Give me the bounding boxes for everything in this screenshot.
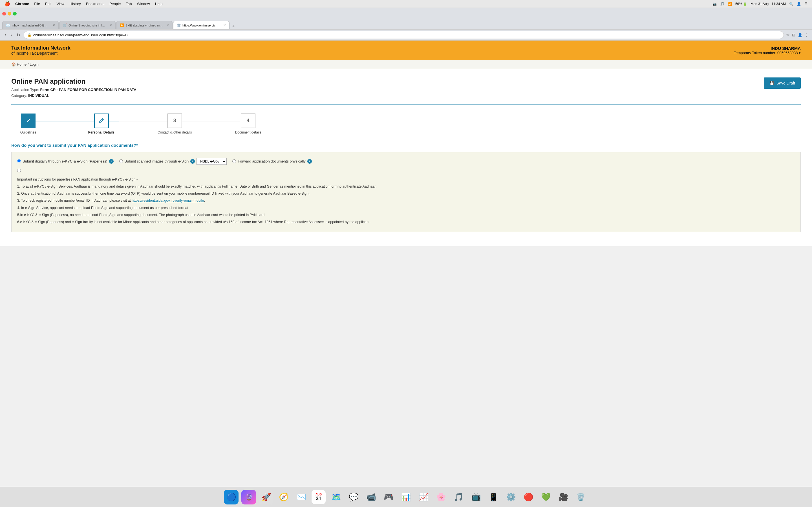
token-value: 0059663938	[777, 51, 798, 55]
bookmark-icon[interactable]: ☆	[786, 33, 790, 37]
tab-close-icon[interactable]: ✕	[109, 23, 112, 27]
radio-input-3[interactable]	[232, 159, 236, 163]
category-label: Category:	[11, 94, 27, 98]
token-label: Temporary Token number:	[734, 51, 776, 55]
step-contact[interactable]: 3 Contact & other details	[158, 114, 192, 134]
stepper: ✓ Guidelines Personal Details 3	[11, 114, 265, 134]
radio-option-2[interactable]: Submit scanned images through e-Sign i N…	[119, 158, 227, 165]
radio-options-row: Submit digitally through e-KYC & e-Sign …	[17, 158, 795, 165]
apple-menu[interactable]: 🍎	[4, 1, 10, 6]
radio-extra[interactable]	[17, 169, 21, 172]
control-center[interactable]: ☰	[804, 2, 808, 6]
step-box-1: ✓	[21, 114, 36, 128]
radio-option-3[interactable]: Forward application documents physically…	[232, 159, 312, 164]
address-bar: ‹ › ↻ 🔒 onlineservices.nsdl.com/paam/end…	[0, 29, 812, 41]
window-menu[interactable]: Window	[137, 2, 150, 6]
address-input[interactable]: 🔒 onlineservices.nsdl.com/paam/endUserLo…	[24, 31, 784, 39]
info-icon-1[interactable]: i	[109, 159, 114, 164]
bookmarks-menu[interactable]: Bookmarks	[86, 2, 104, 6]
youtube-favicon: ▶️	[120, 23, 124, 27]
instructions-title: Important instructions for paperless PAN…	[17, 177, 795, 182]
tab-close-icon[interactable]: ✕	[166, 23, 169, 27]
tab-youtube[interactable]: ▶️ SHE absolutely ruined my HOU... ✕	[116, 21, 172, 29]
new-tab-button[interactable]: +	[230, 23, 237, 29]
chrome-menu[interactable]: Chrome	[15, 2, 29, 6]
radio-label-1: Submit digitally through e-KYC & e-Sign …	[22, 159, 107, 163]
radio-label-3: Forward application documents physically	[238, 159, 306, 163]
chrome-titlebar	[0, 8, 812, 19]
help-menu[interactable]: Help	[155, 2, 163, 6]
instruction-5: 5.In e-KYC & e-Sign (Paperless), no need…	[17, 212, 795, 218]
step-personal-details[interactable]: Personal Details	[85, 114, 118, 134]
info-icon-3[interactable]: i	[307, 159, 312, 164]
tab-close-icon[interactable]: ✕	[223, 23, 226, 27]
step-label-1: Guidelines	[20, 130, 36, 134]
category-value: INDIVIDUAL	[28, 94, 49, 98]
instructions-box: Important instructions for paperless PAN…	[17, 177, 795, 225]
breadcrumb-separator: /	[28, 62, 29, 66]
tab-label: SHE absolutely ruined my HOU...	[125, 24, 163, 27]
traffic-lights	[2, 12, 17, 15]
forward-button[interactable]: ›	[9, 31, 13, 39]
tab-close-icon[interactable]: ✕	[52, 23, 55, 27]
menu-icon[interactable]: ⋮	[805, 33, 809, 37]
reload-button[interactable]: ↻	[15, 31, 21, 39]
app-type-row: Application Type: Form CR - PAN FORM FOR…	[11, 87, 137, 93]
radio-input-1[interactable]	[17, 159, 21, 163]
close-button[interactable]	[2, 12, 6, 15]
tab-gmail[interactable]: ✉️ Inbox - raghavjalan95@gmail... ✕	[2, 21, 59, 29]
step-box-3: 3	[167, 114, 182, 128]
step-label-2: Personal Details	[88, 130, 114, 134]
datetime: Mon 31 Aug 11:34 AM	[751, 2, 786, 6]
user-avatar[interactable]: 👤	[797, 2, 801, 6]
breadcrumb: 🏠 Home / Login	[0, 60, 812, 69]
breadcrumb-current: Login	[30, 62, 39, 66]
tab-nsdl[interactable]: 🏛️ https://www.onlineservices.ns... ✕	[173, 21, 230, 29]
instruction-2: 2. Once authentication of Aadhaar is suc…	[17, 191, 795, 196]
chrome-browser: ✉️ Inbox - raghavjalan95@gmail... ✕ 🛒 On…	[0, 8, 812, 41]
tab-menu[interactable]: Tab	[126, 2, 132, 6]
search-icon[interactable]: 🔍	[789, 2, 794, 6]
site-header: Tax Information Network of Income Tax De…	[0, 41, 812, 60]
submission-question: How do you want to submit your PAN appli…	[11, 143, 801, 148]
save-draft-button[interactable]: 💾 Save Draft	[764, 77, 801, 89]
uidai-link[interactable]: https://resident.uidai.gov.in/verify-ema…	[132, 199, 204, 203]
submission-options-box: Submit digitally through e-KYC & e-Sign …	[11, 152, 801, 232]
cast-icon[interactable]: ⊡	[792, 33, 795, 37]
breadcrumb-home[interactable]: Home	[17, 62, 27, 66]
view-menu[interactable]: View	[56, 2, 64, 6]
tab-label: https://www.onlineservices.ns...	[183, 24, 220, 27]
category-row: Category: INDIVIDUAL	[11, 93, 137, 99]
instruction-6: 6.e-KYC & e-Sign (Paperless) and e-Sign …	[17, 219, 795, 225]
bluetooth-icon: 🎵	[720, 2, 724, 6]
maximize-button[interactable]	[13, 12, 17, 15]
profile-icon[interactable]: 👤	[798, 33, 802, 37]
page-header-row: Online PAN application Application Type:…	[11, 77, 801, 99]
radio-input-2[interactable]	[119, 159, 123, 163]
step-guidelines[interactable]: ✓ Guidelines	[11, 114, 45, 134]
minimize-button[interactable]	[8, 12, 11, 15]
radio-option-1[interactable]: Submit digitally through e-KYC & e-Sign …	[17, 159, 114, 164]
history-menu[interactable]: History	[69, 2, 81, 6]
dropdown-arrow[interactable]: ▾	[799, 51, 801, 55]
nsdl-dropdown[interactable]: NSDL e-Gov	[197, 158, 227, 165]
step-documents[interactable]: 4 Document details	[231, 114, 265, 134]
back-button[interactable]: ‹	[3, 31, 7, 39]
save-draft-label: Save Draft	[776, 81, 795, 86]
tab-label: Online Shopping site in India...	[68, 24, 106, 27]
file-menu[interactable]: File	[34, 2, 40, 6]
step-box-2	[94, 114, 109, 128]
user-info: INDU SHARMA Temporary Token number: 0059…	[734, 46, 801, 55]
tabs-bar: ✉️ Inbox - raghavjalan95@gmail... ✕ 🛒 On…	[0, 19, 812, 29]
instruction-1: 1. To avail e-KYC / e-Sign Services, Aad…	[17, 184, 795, 189]
shopping-favicon: 🛒	[63, 23, 67, 27]
tab-shopping[interactable]: 🛒 Online Shopping site in India... ✕	[59, 21, 116, 29]
site-title-main: Tax Information Network	[11, 45, 70, 51]
instruction-3: 3. To check registered mobile number/ema…	[17, 198, 795, 204]
camera-icon: 📷	[712, 2, 717, 6]
edit-menu[interactable]: Edit	[45, 2, 51, 6]
info-icon-2[interactable]: i	[190, 159, 195, 164]
people-menu[interactable]: People	[109, 2, 121, 6]
page-title: Online PAN application	[11, 77, 137, 86]
tab-label: Inbox - raghavjalan95@gmail...	[11, 24, 49, 27]
